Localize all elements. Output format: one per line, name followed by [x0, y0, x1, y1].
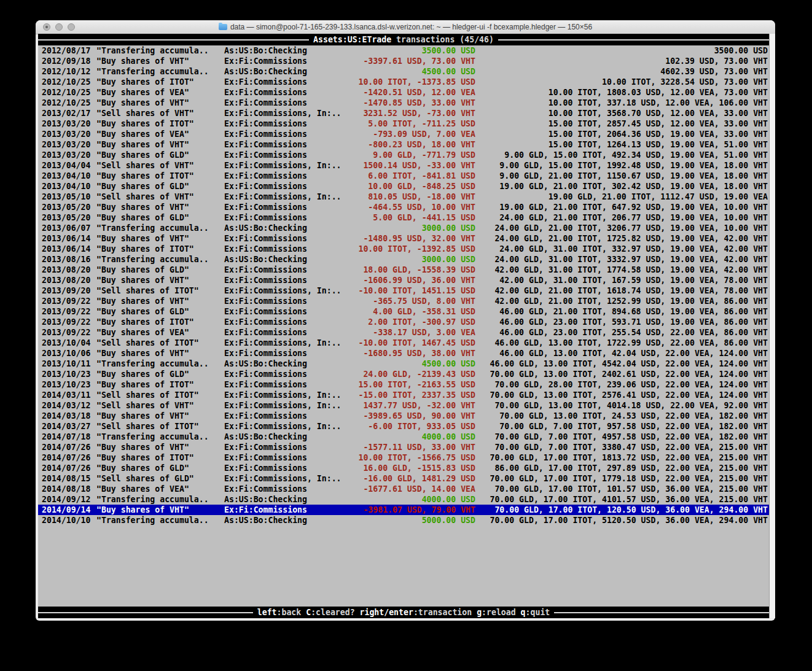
transaction-change-amount: 10.00 GLD, -848.25 USD [368, 181, 475, 192]
transaction-accounts: Ex:Fi:Commissions, In:.. [224, 421, 342, 432]
table-row[interactable]: 2013/06/07"Transfering accumula..As:US:B… [38, 223, 769, 233]
transaction-description: "Sell shares of VHT" [96, 192, 194, 202]
table-row[interactable]: 2013/06/14"Buy shares of VHT"Ex:Fi:Commi… [38, 233, 769, 244]
table-row[interactable]: 2014/03/11"Sell shares of ITOT"Ex:Fi:Com… [38, 390, 769, 400]
table-row[interactable]: 2014/07/26"Buy shares of GLD"Ex:Fi:Commi… [38, 463, 769, 473]
transaction-change-amount: -3981.07 USD, 79.00 VHT [363, 505, 475, 515]
hint-key: right/enter [360, 608, 413, 617]
window-titlebar[interactable]: data — simon@pool-71-165-239-133.lsanca.… [36, 20, 775, 34]
hint-desc: :cleared? [311, 608, 354, 617]
transaction-description: "Buy shares of VEA" [96, 87, 189, 98]
transaction-running-balance: 70.00 GLD, 17.00 ITOT, 1813.72 USD, 22.0… [490, 452, 768, 463]
transaction-change-amount: -10.00 ITOT, 1451.15 USD [358, 285, 475, 296]
table-row[interactable]: 2014/03/27"Sell shares of ITOT"Ex:Fi:Com… [38, 421, 769, 432]
table-row[interactable]: 2013/10/23"Buy shares of ITOT"Ex:Fi:Comm… [38, 379, 769, 390]
table-row[interactable]: 2014/07/26"Buy shares of ITOT"Ex:Fi:Comm… [38, 452, 769, 463]
transaction-description: "Transfering accumula.. [96, 254, 209, 265]
transaction-change-amount: -1470.85 USD, 33.00 VHT [363, 98, 475, 108]
footer-rule-right [554, 612, 769, 613]
table-row[interactable]: 2012/10/12"Transfering accumula..As:US:B… [38, 66, 769, 77]
table-row[interactable]: 2014/03/18"Buy shares of VHT"Ex:Fi:Commi… [38, 411, 769, 421]
table-row[interactable]: 2013/08/20"Buy shares of GLD"Ex:Fi:Commi… [38, 265, 769, 275]
transaction-date: 2014/09/12 [42, 494, 90, 505]
transaction-running-balance: 4602.39 USD, 73.00 VHT [660, 66, 768, 77]
transaction-description: "Buy shares of VHT" [96, 139, 189, 150]
table-row[interactable]: 2013/10/23"Buy shares of GLD"Ex:Fi:Commi… [38, 369, 769, 379]
table-row[interactable]: 2012/10/25"Buy shares of ITOT"Ex:Fi:Comm… [38, 77, 769, 87]
transaction-running-balance: 42.00 GLD, 21.00 ITOT, 1252.99 USD, 19.0… [494, 296, 768, 306]
transaction-running-balance: 46.00 GLD, 21.00 ITOT, 894.68 USD, 19.00… [499, 306, 768, 317]
transaction-running-balance: 42.00 GLD, 31.00 ITOT, 167.59 USD, 19.00… [499, 275, 768, 285]
table-row[interactable]: 2013/04/10"Buy shares of ITOT"Ex:Fi:Comm… [38, 171, 769, 181]
transaction-running-balance: 70.00 GLD, 13.00 ITOT, 2402.61 USD, 22.0… [490, 369, 768, 379]
table-row[interactable]: 2014/09/12"Transfering accumula..As:US:B… [38, 494, 769, 505]
close-button[interactable] [43, 23, 50, 31]
transaction-change-amount: 16.00 GLD, -1515.83 USD [363, 463, 475, 473]
transaction-running-balance: 19.00 GLD, 21.00 ITOT, 647.92 USD, 19.00… [499, 202, 768, 212]
table-row[interactable]: 2013/04/10"Buy shares of GLD"Ex:Fi:Commi… [38, 181, 769, 192]
table-row[interactable]: 2014/08/15"Sell shares of GLD"Ex:Fi:Comm… [38, 473, 769, 484]
table-row[interactable]: 2014/07/18"Transfering accumula..As:US:B… [38, 432, 769, 442]
table-row[interactable]: 2013/03/20"Buy shares of VEA"Ex:Fi:Commi… [38, 129, 769, 139]
table-row[interactable]: 2013/06/14"Buy shares of ITOT"Ex:Fi:Comm… [38, 244, 769, 254]
minimize-button[interactable] [55, 23, 63, 31]
table-row[interactable]: 2014/10/10"Transfering accumula..As:US:B… [38, 515, 769, 526]
table-row[interactable]: 2014/07/26"Buy shares of VHT"Ex:Fi:Commi… [38, 442, 769, 452]
table-row[interactable]: 2013/08/16"Transfering accumula..As:US:B… [38, 254, 769, 265]
transaction-change-amount: 1500.14 USD, -33.00 VHT [363, 160, 475, 171]
zoom-button[interactable] [68, 23, 75, 31]
table-row[interactable]: 2012/10/25"Buy shares of VHT"Ex:Fi:Commi… [38, 98, 769, 108]
table-row[interactable]: 2013/09/22"Buy shares of ITOT"Ex:Fi:Comm… [38, 317, 769, 327]
table-row[interactable]: 2013/08/20"Buy shares of VHT"Ex:Fi:Commi… [38, 275, 769, 285]
transaction-date: 2013/04/10 [42, 171, 90, 181]
transaction-date: 2014/08/15 [42, 473, 90, 484]
transaction-change-amount: 5.00 GLD, -441.15 USD [373, 212, 475, 223]
transaction-running-balance: 70.00 GLD, 17.00 ITOT, 120.50 USD, 36.00… [494, 505, 768, 515]
transaction-change-amount: -3397.61 USD, 73.00 VHT [363, 56, 475, 66]
table-row[interactable]: 2013/03/20"Buy shares of GLD"Ex:Fi:Commi… [38, 150, 769, 160]
scrollbar-track[interactable] [770, 34, 775, 618]
transaction-running-balance: 70.00 GLD, 7.00 ITOT, 3380.47 USD, 22.00… [494, 442, 768, 452]
table-row[interactable]: 2012/08/17"Transfering accumula..As:US:B… [38, 45, 769, 56]
transaction-running-balance: 24.00 GLD, 31.00 ITOT, 3332.97 USD, 19.0… [494, 254, 768, 265]
table-row[interactable]: 2013/09/20"Sell shares of ITOT"Ex:Fi:Com… [38, 285, 769, 296]
table-row[interactable]: 2012/10/25"Buy shares of VEA"Ex:Fi:Commi… [38, 87, 769, 98]
table-row[interactable]: 2014/03/12"Sell shares of VHT"Ex:Fi:Comm… [38, 400, 769, 411]
transaction-accounts: Ex:Fi:Commissions [224, 265, 307, 275]
transaction-description: "Sell shares of ITOT" [96, 285, 199, 296]
table-row[interactable]: 2013/02/17"Sell shares of VHT"Ex:Fi:Comm… [38, 108, 769, 118]
table-row[interactable]: 2012/09/18"Buy shares of VHT"Ex:Fi:Commi… [38, 56, 769, 66]
hint-key: C [306, 608, 311, 617]
table-row[interactable]: 2013/03/20"Buy shares of VHT"Ex:Fi:Commi… [38, 139, 769, 150]
table-row[interactable]: 2013/10/11"Transfering accumula..As:US:B… [38, 359, 769, 369]
transaction-description: "Buy shares of GLD" [96, 181, 189, 192]
transaction-accounts: Ex:Fi:Commissions [224, 56, 307, 66]
table-row[interactable]: 2013/10/06"Buy shares of VHT"Ex:Fi:Commi… [38, 348, 769, 359]
table-row[interactable]: 2014/08/18"Buy shares of VEA"Ex:Fi:Commi… [38, 484, 769, 494]
transaction-change-amount: -800.23 USD, 18.00 VHT [368, 139, 475, 150]
transaction-description: "Transfering accumula.. [96, 359, 209, 369]
table-row[interactable]: 2013/10/04"Sell shares of ITOT"Ex:Fi:Com… [38, 338, 769, 348]
transaction-accounts: Ex:Fi:Commissions [224, 505, 307, 515]
table-row[interactable]: 2013/09/22"Buy shares of VHT"Ex:Fi:Commi… [38, 296, 769, 306]
transaction-accounts: Ex:Fi:Commissions [224, 87, 307, 98]
table-row[interactable]: 2014/09/14"Buy shares of VHT"Ex:Fi:Commi… [38, 505, 769, 515]
table-row[interactable]: 2013/05/20"Buy shares of VHT"Ex:Fi:Commi… [38, 202, 769, 212]
hint-desc: :transaction [413, 608, 472, 617]
table-row[interactable]: 2013/04/04"Sell shares of VHT"Ex:Fi:Comm… [38, 160, 769, 171]
transaction-accounts: As:US:Bo:Checking [224, 254, 307, 265]
traffic-lights [43, 23, 75, 31]
table-row[interactable]: 2013/09/22"Buy shares of GLD"Ex:Fi:Commi… [38, 306, 769, 317]
transaction-description: "Buy shares of ITOT" [96, 244, 194, 254]
transaction-accounts: Ex:Fi:Commissions [224, 98, 307, 108]
transaction-running-balance: 15.00 ITOT, 1264.13 USD, 19.00 VEA, 51.0… [548, 139, 768, 150]
transaction-accounts: Ex:Fi:Commissions [224, 306, 307, 317]
table-row[interactable]: 2013/03/20"Buy shares of ITOT"Ex:Fi:Comm… [38, 118, 769, 129]
transaction-date: 2014/10/10 [42, 515, 90, 526]
table-row[interactable]: 2013/09/22"Buy shares of VEA"Ex:Fi:Commi… [38, 327, 769, 338]
transaction-description: "Buy shares of VHT" [96, 296, 189, 306]
transaction-running-balance: 19.00 GLD, 21.00 ITOT, 302.42 USD, 19.00… [499, 181, 768, 192]
table-row[interactable]: 2013/05/20"Buy shares of GLD"Ex:Fi:Commi… [38, 212, 769, 223]
table-row[interactable]: 2013/05/10"Sell shares of VHT"Ex:Fi:Comm… [38, 192, 769, 202]
transaction-accounts: Ex:Fi:Commissions [224, 369, 307, 379]
